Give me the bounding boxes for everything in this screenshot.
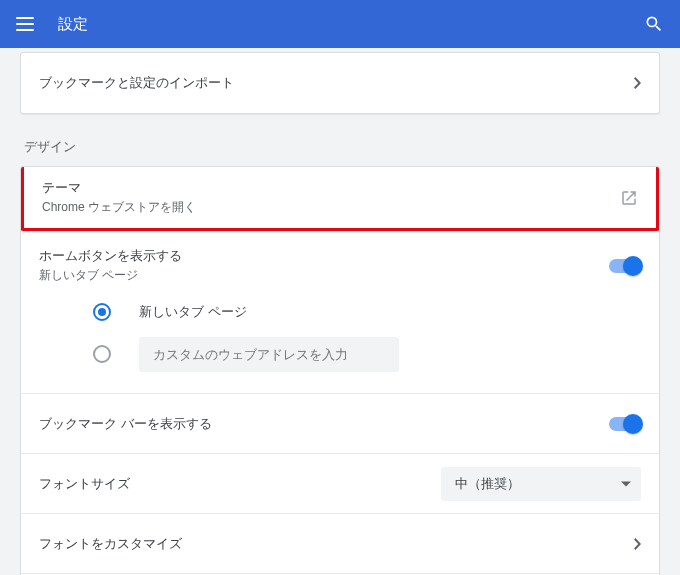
theme-title: テーマ: [42, 179, 620, 197]
import-label: ブックマークと設定のインポート: [39, 74, 634, 92]
radio-newtab-row[interactable]: 新しいタブ ページ: [93, 291, 641, 333]
home-button-row: ホームボタンを表示する 新しいタブ ページ: [21, 231, 659, 291]
theme-row[interactable]: テーマ Chrome ウェブストアを開く: [21, 167, 659, 231]
bookmarks-bar-toggle[interactable]: [609, 417, 641, 431]
fontsize-label: フォントサイズ: [39, 475, 130, 493]
home-button-subtitle: 新しいタブ ページ: [39, 267, 609, 284]
fontcustom-label: フォントをカスタマイズ: [39, 535, 182, 553]
header-bar: 設定: [0, 0, 680, 48]
design-card: テーマ Chrome ウェブストアを開く ホームボタンを表示する 新しいタブ ペ…: [20, 166, 660, 575]
section-title-design: デザイン: [24, 138, 656, 156]
fontsize-row: フォントサイズ 中（推奨）: [21, 453, 659, 513]
dropdown-arrow-icon: [621, 481, 631, 486]
home-radio-group: 新しいタブ ページ: [21, 291, 659, 393]
fontcustom-row[interactable]: フォントをカスタマイズ: [21, 513, 659, 573]
theme-subtitle: Chrome ウェブストアを開く: [42, 199, 620, 216]
chevron-right-icon: [634, 538, 641, 550]
open-external-icon: [620, 189, 638, 207]
radio-newtab-label: 新しいタブ ページ: [139, 303, 247, 321]
search-icon[interactable]: [644, 14, 664, 34]
import-row[interactable]: ブックマークと設定のインポート: [21, 53, 659, 113]
custom-url-input[interactable]: [139, 337, 399, 372]
home-button-title: ホームボタンを表示する: [39, 247, 609, 265]
chevron-right-icon: [634, 77, 641, 89]
content-area: ブックマークと設定のインポート デザイン テーマ Chrome ウェブストアを開…: [0, 52, 680, 575]
menu-icon[interactable]: [16, 15, 34, 33]
radio-custom[interactable]: [93, 345, 111, 363]
radio-newtab[interactable]: [93, 303, 111, 321]
page-title: 設定: [58, 15, 644, 34]
home-button-toggle[interactable]: [609, 259, 641, 273]
bookmarks-bar-label: ブックマーク バーを表示する: [39, 415, 212, 433]
import-card: ブックマークと設定のインポート: [20, 52, 660, 114]
radio-custom-row[interactable]: [93, 333, 641, 375]
bookmarks-bar-row: ブックマーク バーを表示する: [21, 393, 659, 453]
fontsize-dropdown[interactable]: 中（推奨）: [441, 467, 641, 501]
fontsize-value: 中（推奨）: [455, 476, 520, 491]
